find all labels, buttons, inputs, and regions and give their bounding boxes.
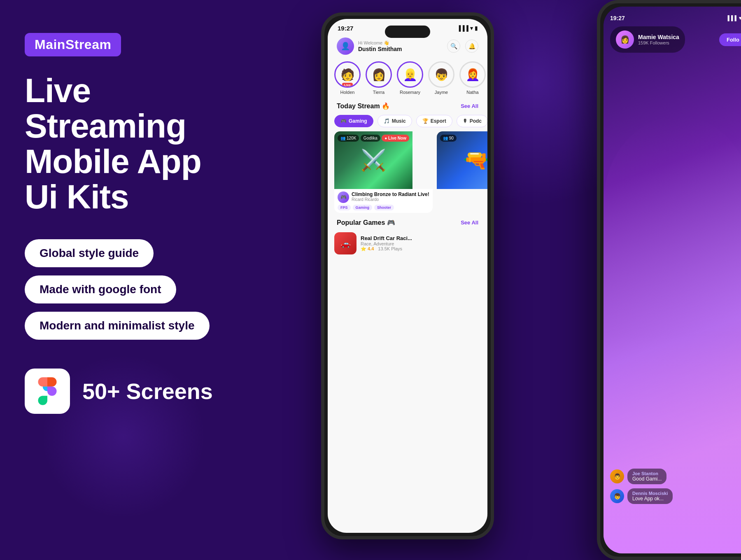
chat-text-1: Love App ok... xyxy=(632,496,668,502)
main-time: 19:27 xyxy=(338,25,353,32)
streamer-info: Mamie Watsica 159K Followers xyxy=(638,34,679,45)
streamer-avatar: 👩 xyxy=(616,30,634,49)
stream-details-0: Climbing Bronze to Radiant Live! Ricard … xyxy=(352,191,429,202)
search-icon-btn[interactable]: 🔍 xyxy=(447,40,460,53)
user-greeting: Hi Welcome 👋 xyxy=(358,40,402,46)
chat-text-0: Good Gami... xyxy=(632,476,662,482)
popular-games-header: Popular Games 🎮 See All xyxy=(328,213,487,230)
cat-podcast-icon: 🎙 xyxy=(463,118,468,124)
today-stream-title: Today Stream 🔥 xyxy=(337,102,390,110)
stream-status-bar: 19:27 ▐▐▐ ▾ ▮ xyxy=(610,15,741,21)
headline-line1: Live Streaming xyxy=(25,73,255,144)
chat-message-0: 👨 Joe Stanton Good Gami... xyxy=(610,469,741,484)
signal-bars: ▐▐▐ xyxy=(457,25,468,31)
streamer-name: Mamie Watsica xyxy=(638,34,679,40)
cat-podcast-label: Podc xyxy=(470,118,482,124)
secondary-status-icons: ▐▐▐ ▾ ▮ xyxy=(726,15,741,21)
card-badges-0: 👥 120K Godlika ● Live Now xyxy=(338,135,409,142)
header-icons: 🔍 🔔 xyxy=(447,40,478,53)
stream-host-0: Ricard Ricardo xyxy=(352,197,429,202)
story-item-4[interactable]: 👩‍🦰 Natha xyxy=(459,61,486,95)
game-thumb-0: 🚗 xyxy=(334,232,357,254)
headline: Live Streaming Mobile App Ui Kits xyxy=(25,73,255,215)
stories-row: 🧑 Live Holden 👩 Tierra 👱‍♀️ Rosemary xyxy=(328,58,487,98)
cat-gaming[interactable]: 🎮 Gaming xyxy=(334,115,373,127)
stream-title-row-0: 🎮 Climbing Bronze to Radiant Live! Ricar… xyxy=(338,191,429,203)
user-text: Hi Welcome 👋 Dustin Smitham xyxy=(358,40,402,52)
see-all-streams[interactable]: See All xyxy=(461,103,478,109)
story-name-1: Tierra xyxy=(373,90,384,95)
story-name-3: Jayme xyxy=(435,90,448,95)
tag-shooter: Shooter xyxy=(374,205,394,210)
notification-icon-btn[interactable]: 🔔 xyxy=(465,40,478,53)
user-name: Dustin Smitham xyxy=(358,46,402,52)
chat-user-1: Dennis Mosciski xyxy=(632,491,668,496)
categories-row: 🎮 Gaming 🎵 Music 🏆 Esport 🎙 Podc xyxy=(328,113,487,131)
game-plays-0: 13.5K Plays xyxy=(378,246,402,252)
chat-messages: 👨 Joe Stanton Good Gami... 👦 Dennis Mosc… xyxy=(610,469,741,504)
stream-card-1[interactable]: 🔫 👥 90 xyxy=(437,131,487,213)
card-badges-1: 👥 90 xyxy=(440,135,487,142)
side-btn-vol-up xyxy=(322,96,324,121)
game-title-0: Real Drift Car Raci... xyxy=(361,235,481,241)
viewers-badge-1: 👥 90 xyxy=(440,135,457,142)
brand-name: MainStream xyxy=(35,37,111,52)
headline-line2: Mobile App xyxy=(25,144,255,179)
see-all-games[interactable]: See All xyxy=(461,219,478,226)
game-info-0: Real Drift Car Raci... Race, Adventure ⭐… xyxy=(361,235,481,252)
story-name-2: Rosemary xyxy=(400,90,420,95)
story-item-2[interactable]: 👱‍♀️ Rosemary xyxy=(397,61,423,95)
chat-message-1: 👦 Dennis Mosciski Love App ok... xyxy=(610,488,741,504)
stream-cards-row: ⚔️ 👥 120K Godlika ● Live Now xyxy=(328,131,487,213)
cat-music-icon: 🎵 xyxy=(384,118,390,124)
phone-secondary: 19:27 ▐▐▐ ▾ ▮ 👩 xyxy=(597,0,741,560)
chat-bubble-0: Joe Stanton Good Gami... xyxy=(627,469,666,484)
stream-host-avatar-0: 🎮 xyxy=(338,191,349,203)
story-name-0: Holden xyxy=(340,90,355,95)
tag-gaming: Gaming xyxy=(353,205,373,210)
streamer-profile-row: 👩 Mamie Watsica 159K Followers Follo xyxy=(610,26,741,53)
streamer-name-badge: Godlika xyxy=(361,135,380,142)
brand-badge: MainStream xyxy=(25,33,121,56)
signal-icon: ▐▐▐ xyxy=(726,15,736,21)
story-item-1[interactable]: 👩 Tierra xyxy=(366,61,392,95)
user-info: 👤 Hi Welcome 👋 Dustin Smitham xyxy=(337,37,402,55)
side-btn-mute xyxy=(322,73,324,90)
follow-button[interactable]: Follo xyxy=(719,33,741,46)
cat-music-label: Music xyxy=(392,118,406,124)
cat-esport[interactable]: 🏆 Esport xyxy=(416,115,452,127)
stream-overlay: 19:27 ▐▐▐ ▾ ▮ 👩 xyxy=(604,7,741,553)
phone-frame-secondary: 19:27 ▐▐▐ ▾ ▮ 👩 xyxy=(597,0,741,560)
today-stream-header: Today Stream 🔥 See All xyxy=(328,98,487,113)
wifi-icon: ▾ xyxy=(739,15,741,21)
story-item-0[interactable]: 🧑 Live Holden xyxy=(334,61,361,95)
stream-card-img-1: 🔫 👥 90 xyxy=(437,131,487,189)
live-badge: Live xyxy=(342,83,353,87)
stream-info-0: 🎮 Climbing Bronze to Radiant Live! Ricar… xyxy=(334,189,433,213)
phone-frame-main: 19:27 ▐▐▐ ▾ ▮ 👤 Hi Welcome 👋 Dustin Smit… xyxy=(321,12,494,539)
stream-card-img-0: ⚔️ 👥 120K Godlika ● Live Now xyxy=(334,131,412,189)
game-stats-0: ⭐ 4.4 13.5K Plays xyxy=(361,246,481,252)
cat-esport-label: Esport xyxy=(431,118,446,124)
cat-music[interactable]: 🎵 Music xyxy=(377,115,412,127)
viewers-badge-0: 👥 120K xyxy=(338,135,359,142)
chat-avatar-1: 👦 xyxy=(610,489,624,503)
chat-user-0: Joe Stanton xyxy=(632,471,662,476)
cat-esport-icon: 🏆 xyxy=(422,118,429,124)
feature-tag-1: Made with google font xyxy=(25,275,176,303)
game-thumbnail-0: ⚔️ 👥 120K Godlika ● Live Now xyxy=(334,131,412,189)
wifi-icon: ▾ xyxy=(470,25,473,31)
viewers-count-0: 120K xyxy=(347,136,356,140)
cat-podcast[interactable]: 🎙 Podc xyxy=(457,115,487,127)
story-avatar-3: 👦 xyxy=(428,61,454,88)
game-thumbnail-1: 🔫 👥 90 xyxy=(437,131,487,189)
secondary-time: 19:27 xyxy=(610,15,625,21)
story-name-4: Natha xyxy=(466,90,478,95)
streamer-profile: 👩 Mamie Watsica 159K Followers xyxy=(610,26,685,53)
stream-card-0[interactable]: ⚔️ 👥 120K Godlika ● Live Now xyxy=(334,131,433,213)
figma-icon xyxy=(25,369,70,414)
story-item-3[interactable]: 👦 Jayme xyxy=(428,61,454,95)
game-row-0[interactable]: 🚗 Real Drift Car Raci... Race, Adventure… xyxy=(328,230,487,257)
figma-row: 50+ Screens xyxy=(25,369,255,414)
feature-tag-2: Modern and minimalist style xyxy=(25,312,210,340)
